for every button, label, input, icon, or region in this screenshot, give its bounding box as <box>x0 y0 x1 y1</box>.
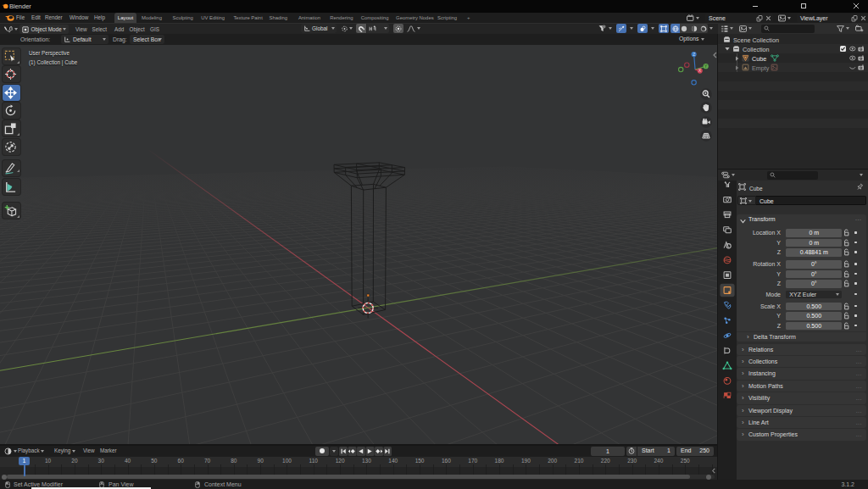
svg-text:Z: Z <box>693 53 695 57</box>
